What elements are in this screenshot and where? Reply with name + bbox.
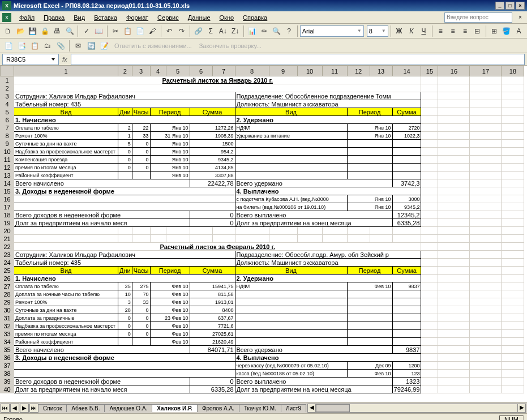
cell[interactable] — [322, 235, 347, 243]
zoom-icon[interactable]: 🔍 — [271, 25, 282, 37]
cell[interactable]: Период — [150, 108, 190, 116]
cell[interactable]: Фев 10 — [347, 282, 392, 290]
cell[interactable]: 4. Выплачено — [235, 187, 421, 195]
cell[interactable]: Ремонт 100% — [14, 132, 118, 140]
cell[interactable] — [438, 187, 470, 195]
cell[interactable] — [502, 338, 524, 346]
cell[interactable] — [322, 227, 347, 235]
cell[interactable] — [438, 306, 470, 314]
menu-data[interactable]: Данные — [183, 13, 215, 22]
cell[interactable]: Долг за предприятием на конец месяца — [235, 385, 392, 393]
spreadsheet-grid[interactable]: 123456789101112131415161718 1Расчетный л… — [0, 66, 527, 402]
cell[interactable]: 25 — [118, 282, 132, 290]
row-header[interactable]: 27 — [1, 282, 14, 290]
sort-asc-icon[interactable]: A↓ — [217, 25, 229, 37]
cell[interactable]: 4. Выплачено — [235, 354, 421, 362]
cell[interactable] — [470, 322, 502, 330]
menu-view[interactable]: Вид — [69, 13, 89, 22]
cell[interactable] — [470, 370, 502, 378]
cell[interactable] — [212, 235, 235, 243]
cell[interactable]: 12345,2 — [392, 211, 421, 219]
cell[interactable] — [438, 275, 470, 282]
cell[interactable] — [502, 282, 524, 290]
cell[interactable] — [370, 235, 392, 243]
cell[interactable]: 7721,6 — [190, 322, 235, 330]
cell[interactable]: 23 Фев 10 — [150, 314, 190, 322]
cell[interactable]: 0 — [118, 314, 132, 322]
sort-desc-icon[interactable]: Z↓ — [229, 25, 241, 37]
cell[interactable] — [502, 195, 524, 203]
underline-icon[interactable]: Ч — [418, 25, 430, 37]
spelling-icon[interactable]: ✓ — [80, 25, 92, 37]
cell[interactable]: Сумма — [392, 267, 421, 275]
grid-row[interactable]: 24Табельный номер: 435Должность: Машинис… — [1, 259, 524, 267]
grid-row[interactable]: 34Районный коэффициентФев 1021620,49 — [1, 338, 524, 346]
cell[interactable] — [347, 172, 392, 179]
cell[interactable] — [502, 243, 524, 251]
copy-icon[interactable]: 📋 — [122, 25, 134, 37]
cell[interactable] — [347, 338, 392, 346]
cell[interactable]: 0 — [132, 164, 150, 172]
cell[interactable] — [421, 378, 438, 385]
help-icon[interactable]: ? — [283, 25, 295, 37]
cell[interactable] — [438, 84, 470, 92]
cell[interactable]: Табельный номер: 435 — [14, 259, 235, 267]
cell[interactable] — [392, 306, 421, 314]
cell[interactable] — [392, 330, 421, 338]
row-header[interactable]: 11 — [1, 156, 14, 164]
cell[interactable]: Фев 10 — [150, 338, 190, 346]
cell[interactable]: Расчетный листок за Январь 2010 г. — [14, 76, 421, 84]
grid-row[interactable]: 1Расчетный листок за Январь 2010 г. — [1, 76, 524, 84]
grid-row[interactable]: 29Ремонт 100%333Фев 101913,01 — [1, 298, 524, 306]
cell[interactable] — [421, 132, 438, 140]
row-header[interactable]: 13 — [1, 172, 14, 179]
cell[interactable] — [235, 235, 269, 243]
cell[interactable] — [392, 338, 421, 346]
tb2-icon5[interactable]: 📎 — [54, 40, 67, 52]
fill-color-icon[interactable]: 🪣 — [500, 25, 512, 37]
cell[interactable] — [421, 100, 438, 108]
cell[interactable] — [470, 330, 502, 338]
tb2-icon6[interactable]: ✉ — [72, 40, 84, 52]
cell[interactable] — [421, 124, 438, 132]
cell[interactable] — [502, 362, 524, 370]
menu-help[interactable]: Справка — [238, 13, 272, 22]
cell[interactable]: Доплата за ночные часы по табелю — [14, 290, 118, 298]
cell[interactable] — [438, 314, 470, 322]
cell[interactable] — [347, 322, 392, 330]
grid-row[interactable]: 16с подотчета Кубасова А.Н. (вед.№0000Ян… — [1, 195, 524, 203]
cell[interactable] — [392, 156, 421, 164]
cell[interactable]: Вид — [14, 108, 118, 116]
cell[interactable]: Дни — [118, 267, 132, 275]
grid-row[interactable]: 2 — [1, 84, 524, 92]
cell[interactable] — [438, 385, 470, 393]
cell[interactable]: 3307,88 — [190, 172, 235, 179]
cell[interactable] — [502, 290, 524, 298]
cell[interactable]: Подразделение: Обособл.подр. Амур. обл З… — [235, 251, 421, 259]
cell[interactable]: Сумма — [190, 267, 235, 275]
cell[interactable] — [421, 203, 438, 211]
row-header[interactable]: 32 — [1, 322, 14, 330]
cell[interactable]: 33 — [132, 132, 150, 140]
cell[interactable] — [347, 227, 370, 235]
cell[interactable] — [470, 227, 502, 235]
cell[interactable] — [421, 92, 438, 100]
grid-row[interactable]: 20 — [1, 227, 524, 235]
cell[interactable] — [470, 251, 502, 259]
row-header[interactable]: 34 — [1, 338, 14, 346]
grid-row[interactable]: 17на билеты (вед.№000106 от 19.01.10)Янв… — [1, 203, 524, 211]
sheet-tab[interactable]: Абаев Б.В. — [66, 404, 105, 412]
cell[interactable] — [470, 76, 502, 84]
sheet-tab[interactable]: Лист9 — [281, 404, 306, 412]
cell[interactable] — [502, 211, 524, 219]
cell[interactable] — [118, 227, 132, 235]
cell[interactable] — [347, 164, 392, 172]
grid-row[interactable]: 27Оплата по табелю25275Фев 1015941,75НДФ… — [1, 282, 524, 290]
cell[interactable] — [297, 227, 322, 235]
grid-row[interactable]: 32Надбавка за профессиональное мастерст0… — [1, 322, 524, 330]
sheet-tab[interactable]: Фролов А.А. — [197, 404, 239, 412]
cell[interactable]: Компенсация проезда — [14, 156, 118, 164]
cell[interactable]: 1323 — [392, 378, 421, 385]
row-header[interactable]: 4 — [1, 100, 14, 108]
row-header[interactable]: 36 — [1, 354, 14, 362]
